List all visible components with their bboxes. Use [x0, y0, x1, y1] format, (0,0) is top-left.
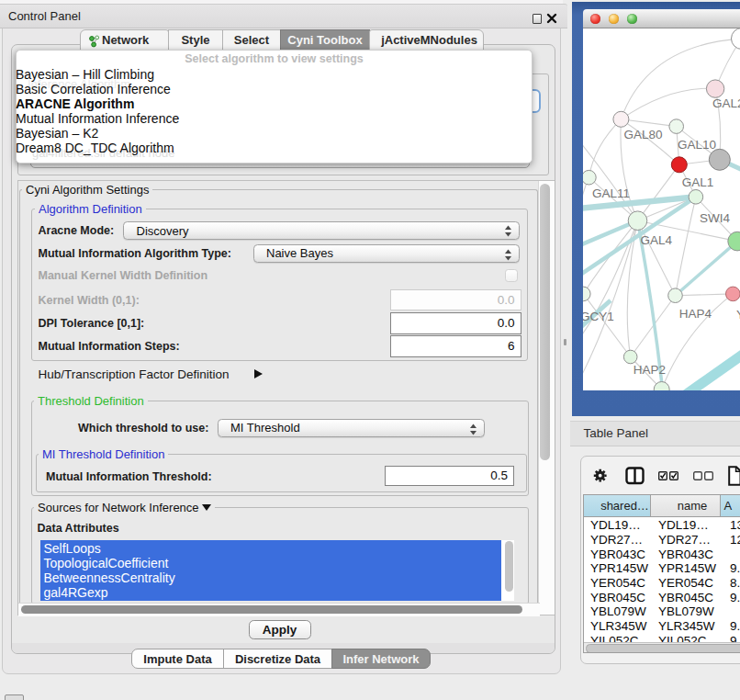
svg-text:GAL4: GAL4: [641, 233, 673, 247]
svg-text:HAP2: HAP2: [633, 363, 666, 377]
svg-text:Y: Y: [736, 308, 740, 322]
svg-text:GAL2: GAL2: [712, 96, 740, 110]
svg-text:GAL11: GAL11: [592, 186, 630, 200]
svg-text:GAL1: GAL1: [682, 175, 714, 189]
svg-text:HAP4: HAP4: [679, 307, 712, 321]
svg-text:GAL10: GAL10: [678, 138, 716, 152]
svg-text:SWI4: SWI4: [700, 211, 730, 225]
svg-text:GCY1: GCY1: [583, 310, 614, 323]
svg-text:GAL80: GAL80: [623, 128, 662, 141]
